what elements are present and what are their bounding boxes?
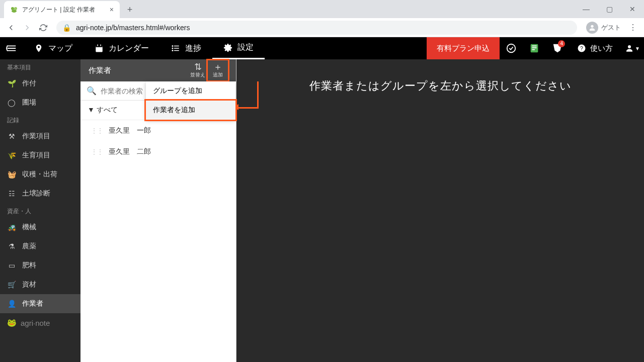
topnav-icon-1[interactable] — [500, 37, 523, 59]
sprout-icon: 🌱 — [7, 79, 16, 87]
svg-point-8 — [172, 45, 174, 47]
svg-text:?: ? — [580, 45, 583, 51]
svg-point-22 — [628, 45, 631, 48]
work-icon: ⚒ — [7, 132, 16, 140]
drag-handle-icon[interactable]: ⋮⋮ — [91, 127, 103, 135]
nav-progress[interactable]: 進捗 — [160, 37, 212, 59]
svg-rect-17 — [532, 46, 536, 47]
sidebar-fertilizer[interactable]: ▭肥料 — [0, 256, 80, 275]
nav-back[interactable] — [4, 21, 18, 35]
frog-icon: 🐸 — [7, 318, 17, 327]
svg-rect-6 — [97, 45, 98, 46]
favicon — [10, 6, 18, 14]
brand-footer: 🐸agri·note — [0, 313, 80, 332]
svg-point-2 — [12, 10, 17, 13]
person-icon: 👤 — [7, 300, 16, 308]
worker-row[interactable]: ⋮⋮亜久里 二郎 — [80, 141, 236, 162]
upgrade-button[interactable]: 有料プラン申込 — [427, 37, 500, 59]
nav-settings[interactable]: 設定 — [212, 37, 265, 59]
sidebar-toggle[interactable] — [0, 43, 23, 54]
nav-map[interactable]: マップ — [23, 37, 84, 59]
dropdown-add-group[interactable]: グループを追加 — [146, 81, 235, 101]
sidebar-field[interactable]: ◯圃場 — [0, 93, 80, 112]
user-menu[interactable]: ▼ — [621, 44, 644, 53]
browser-toolbar: 🔒 agri-note.jp/b/masters.html#/workers ゲ… — [0, 18, 644, 37]
browser-menu[interactable]: ⋮ — [626, 21, 640, 35]
worker-panel: 作業者 ⇅並替え ＋追加 🔍 ▼ すべて ⋮⋮亜久里 一郎 ⋮⋮亜久里 二郎 グ… — [80, 59, 236, 362]
dropdown-add-worker[interactable]: 作業者を追加 — [146, 101, 235, 120]
app-topnav: マップ カレンダー 進捗 設定 有料プラン申込 4 ?使い方 ▼ — [0, 37, 644, 59]
search-icon: 🔍 — [87, 86, 97, 96]
address-bar[interactable]: 🔒 agri-note.jp/b/masters.html#/workers — [56, 21, 577, 35]
svg-rect-11 — [174, 48, 179, 49]
sidebar-soil[interactable]: ☷土壌診断 — [0, 184, 80, 203]
sidebar-worker[interactable]: 👤作業者 — [0, 294, 80, 313]
svg-rect-9 — [174, 46, 179, 47]
sidebar-material[interactable]: 🛒資材 — [0, 275, 80, 294]
panel-title: 作業者 — [89, 66, 188, 75]
svg-rect-18 — [532, 47, 536, 48]
npk-icon: ▭ — [7, 261, 16, 269]
nav-reload[interactable] — [36, 21, 50, 35]
sidebar-harvest[interactable]: 🧺収穫・出荷 — [0, 165, 80, 184]
drag-handle-icon[interactable]: ⋮⋮ — [91, 148, 103, 156]
sidebar-growth-item[interactable]: 🌾生育項目 — [0, 146, 80, 165]
add-button[interactable]: ＋追加 — [208, 60, 228, 80]
sidebar-machine[interactable]: 🚜機械 — [0, 218, 80, 237]
field-icon: ◯ — [7, 99, 16, 107]
harvest-icon: 🧺 — [7, 170, 16, 178]
growth-icon: 🌾 — [7, 151, 16, 159]
guest-label: ゲスト — [601, 23, 621, 32]
browser-tab[interactable]: アグリノート | 設定 作業者 × — [4, 1, 120, 18]
window-close[interactable]: ✕ — [621, 0, 644, 18]
worker-row[interactable]: ⋮⋮亜久里 一郎 — [80, 120, 236, 141]
svg-rect-7 — [100, 45, 101, 46]
sidebar-section-record: 記録 — [0, 112, 80, 127]
svg-rect-5 — [96, 45, 103, 47]
svg-rect-13 — [174, 50, 179, 51]
sidebar-pesticide[interactable]: ⚗農薬 — [0, 237, 80, 256]
topnav-icon-2[interactable] — [523, 37, 546, 59]
sidebar-section-basic: 基本項目 — [0, 59, 80, 74]
avatar-icon — [586, 22, 598, 34]
sidebar-section-asset: 資産・人 — [0, 203, 80, 218]
window-minimize[interactable]: — — [575, 0, 598, 18]
plus-icon: ＋ — [213, 62, 222, 71]
notifications[interactable]: 4 — [546, 37, 569, 59]
browser-tab-strip: アグリノート | 設定 作業者 × + — ▢ ✕ — [0, 0, 644, 18]
tractor-icon: 🚜 — [7, 223, 16, 231]
main-area: 作業者またはグループを左から選択してください — [236, 59, 644, 362]
nav-calendar[interactable]: カレンダー — [84, 37, 160, 59]
profile-button[interactable]: ゲスト — [583, 22, 624, 34]
annotation-arrow — [235, 81, 259, 109]
help-button[interactable]: ?使い方 — [569, 44, 621, 53]
cart-icon: 🛒 — [7, 281, 16, 289]
lock-icon: 🔒 — [62, 24, 71, 32]
nav-forward — [20, 21, 34, 35]
sidebar-planting[interactable]: 🌱作付 — [0, 74, 80, 93]
svg-point-12 — [172, 50, 174, 51]
svg-point-3 — [591, 25, 593, 27]
notif-badge: 4 — [558, 40, 565, 47]
settings-sidebar: 基本項目 🌱作付 ◯圃場 記録 ⚒作業項目 🌾生育項目 🧺収穫・出荷 ☷土壌診断… — [0, 59, 80, 362]
url-text: agri-note.jp/b/masters.html#/workers — [76, 24, 190, 32]
sidebar-work-item[interactable]: ⚒作業項目 — [0, 127, 80, 146]
svg-point-10 — [172, 48, 174, 49]
soil-icon: ☷ — [7, 190, 16, 198]
sort-icon: ⇅ — [194, 62, 202, 71]
add-dropdown: グループを追加 作業者を追加 — [146, 81, 235, 120]
sort-button[interactable]: ⇅並替え — [188, 60, 208, 80]
window-maximize[interactable]: ▢ — [598, 0, 621, 18]
new-tab-button[interactable]: + — [123, 3, 137, 17]
tab-close-icon[interactable]: × — [110, 6, 114, 14]
svg-rect-19 — [532, 49, 535, 50]
flask-icon: ⚗ — [7, 242, 16, 250]
svg-point-15 — [507, 44, 516, 53]
tab-title: アグリノート | 設定 作業者 — [22, 6, 95, 14]
empty-message: 作業者またはグループを左から選択してください — [309, 78, 572, 362]
